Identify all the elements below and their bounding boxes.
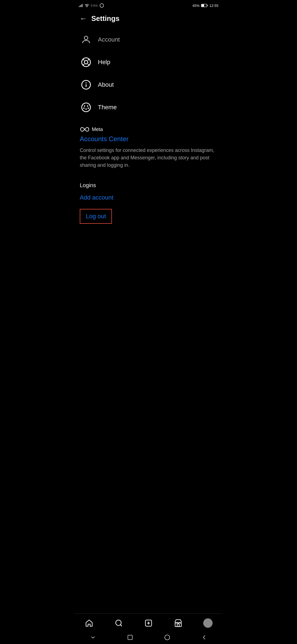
dropdown-icon [90,634,96,641]
svg-point-25 [88,108,89,109]
svg-rect-9 [202,4,204,7]
meta-logo-row: Meta [80,126,217,132]
svg-point-12 [84,61,88,64]
svg-point-21 [84,105,85,107]
sys-nav-square[interactable] [127,634,133,641]
create-icon [144,619,153,627]
nav-home[interactable] [82,617,96,629]
svg-point-23 [83,108,85,109]
battery-icon [201,4,208,7]
help-icon [80,56,92,69]
svg-rect-8 [207,5,208,6]
wifi-icon [85,4,89,7]
svg-rect-32 [177,624,179,627]
status-bar: 0 K/s 45% 12:55 [74,0,223,10]
svg-point-6 [100,4,104,7]
sys-nav-back[interactable] [201,634,208,641]
meta-label: Meta [92,127,103,132]
svg-line-14 [88,59,89,61]
page-title: Settings [91,14,120,23]
triangle-back-icon [201,634,208,641]
nav-shop[interactable] [171,617,185,629]
about-icon [80,78,92,91]
svg-point-22 [87,105,88,107]
about-label: About [98,81,114,88]
data-speed: 0 K/s [91,4,98,7]
svg-point-20 [82,103,90,112]
time: 12:55 [209,4,218,8]
account-label: Account [98,36,120,43]
logout-button[interactable]: Log out [80,209,112,224]
sys-nav-circle[interactable] [164,634,170,641]
accounts-center-section: Meta Accounts Center Control settings fo… [74,119,223,174]
nav-profile[interactable] [201,617,215,629]
svg-point-10 [84,36,88,40]
sync-icon [99,3,104,8]
svg-line-13 [83,59,84,61]
svg-point-24 [86,108,87,110]
accounts-center-link[interactable]: Accounts Center [80,135,217,143]
meta-logo-icon [80,126,90,132]
status-bar-left: 0 K/s [79,3,104,8]
square-icon [127,634,133,641]
svg-line-27 [120,625,122,626]
svg-line-16 [88,64,89,66]
home-icon [85,619,93,627]
logins-label: Logins [80,182,217,189]
header: ← Settings [74,10,223,28]
svg-point-5 [87,7,87,7]
nav-create[interactable] [142,617,155,629]
help-label: Help [98,59,110,66]
bottom-nav-items [74,614,223,631]
nav-search[interactable] [112,617,126,629]
account-icon [80,33,92,46]
svg-point-19 [86,82,87,83]
menu-list: Account Help [74,28,223,119]
mobile-signal-icon [79,4,83,7]
main-content: Account Help [74,28,223,260]
theme-label: Theme [98,104,117,111]
menu-item-account[interactable]: Account [80,28,217,51]
menu-item-about[interactable]: About [80,73,217,96]
back-button[interactable]: ← [80,14,87,23]
search-icon [115,619,123,627]
system-nav [74,631,223,644]
menu-item-theme[interactable]: Theme [80,96,217,119]
status-bar-right: 45% 12:55 [192,4,218,8]
sys-nav-dropdown[interactable] [90,634,96,641]
bottom-nav [74,613,223,644]
svg-point-34 [165,635,170,640]
battery-percent: 45% [192,4,199,8]
circle-icon [164,634,170,641]
shop-icon [174,619,182,627]
theme-icon [80,101,92,114]
profile-avatar [203,618,213,628]
svg-rect-33 [128,635,132,640]
accounts-center-description: Control settings for connected experienc… [80,147,217,169]
logins-section: Logins Add account Log out [74,174,223,224]
menu-item-help[interactable]: Help [80,51,217,73]
add-account-link[interactable]: Add account [80,194,217,201]
svg-line-15 [83,64,84,66]
